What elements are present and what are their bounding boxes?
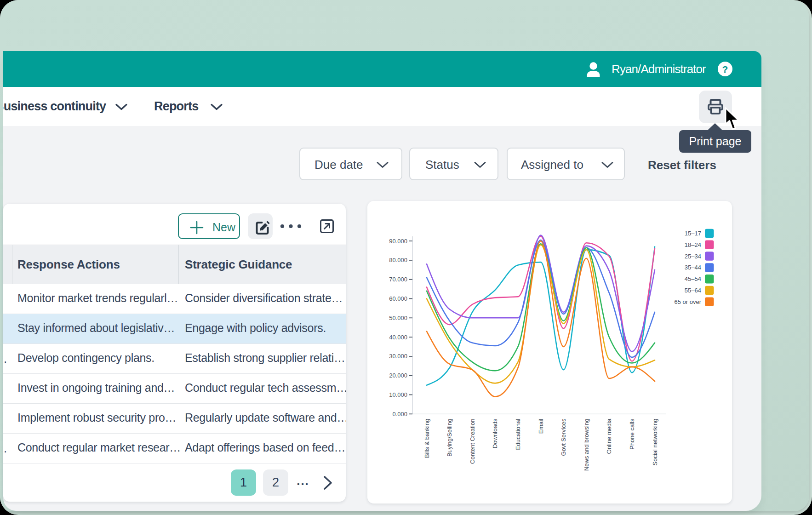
svg-text:90.000: 90.000 — [389, 238, 407, 245]
svg-text:Social networking: Social networking — [652, 419, 658, 466]
svg-text:60.000: 60.000 — [389, 295, 407, 302]
svg-text:Email: Email — [538, 418, 544, 434]
svg-text:30.000: 30.000 — [389, 353, 407, 360]
svg-text:0.000: 0.000 — [392, 411, 407, 418]
svg-text:65 or over: 65 or over — [674, 298, 701, 305]
svg-text:Buying/Selling: Buying/Selling — [446, 419, 453, 457]
svg-text:Educational: Educational — [515, 419, 521, 450]
svg-text:Downloads: Downloads — [492, 418, 499, 448]
svg-text:55–64: 55–64 — [685, 287, 701, 294]
svg-text:Bills & banking: Bills & banking — [423, 419, 430, 458]
svg-text:15–17: 15–17 — [685, 230, 701, 237]
svg-text:45–54: 45–54 — [685, 275, 701, 282]
svg-text:20.000: 20.000 — [389, 372, 407, 379]
svg-text:News and browsing: News and browsing — [583, 419, 590, 471]
svg-text:40.000: 40.000 — [389, 334, 407, 341]
svg-text:25–34: 25–34 — [685, 253, 701, 260]
svg-text:80.000: 80.000 — [389, 257, 407, 263]
svg-text:50.000: 50.000 — [389, 315, 407, 321]
svg-text:18–24: 18–24 — [685, 241, 701, 248]
svg-text:10.000: 10.000 — [389, 391, 407, 398]
svg-text:Phone calls: Phone calls — [629, 418, 635, 450]
svg-text:Content Creation: Content Creation — [469, 419, 476, 464]
svg-text:Online media: Online media — [606, 418, 613, 454]
svg-text:Govt Services: Govt Services — [560, 418, 567, 456]
svg-text:70.000: 70.000 — [389, 276, 407, 283]
svg-text:35–44: 35–44 — [685, 264, 701, 271]
